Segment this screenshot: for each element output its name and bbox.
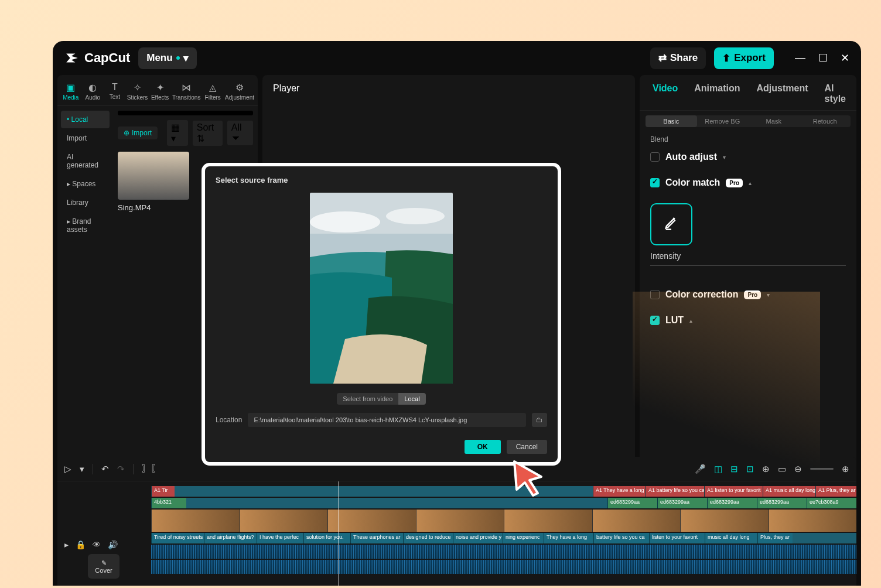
cover-button[interactable]: ✎ Cover — [88, 554, 119, 579]
caption-clip[interactable]: designed to reduce — [403, 533, 453, 543]
snap-tool-1[interactable]: ◫ — [714, 464, 722, 474]
caption-clip[interactable]: music all day long — [705, 533, 757, 543]
caption-clip[interactable]: ed683299aa — [757, 498, 807, 508]
local-tab[interactable]: Local — [398, 393, 425, 405]
caption-clip[interactable]: and airplane flights? — [204, 533, 257, 543]
sort-button[interactable]: Sort ⇅ — [193, 121, 223, 146]
caption-clip[interactable]: listen to your favorit — [649, 533, 705, 543]
tab-filters[interactable]: ◬Filters — [202, 80, 224, 105]
caption-clip[interactable]: battery life so you ca — [593, 533, 649, 543]
lock-icon[interactable]: 🔒 — [76, 540, 86, 549]
zoom-out[interactable]: ⊖ — [794, 464, 802, 474]
select-tool[interactable]: ▷ — [64, 464, 71, 474]
caption-clip[interactable]: solution for you. — [303, 533, 350, 543]
caption-clip[interactable]: Plus, they ar — [757, 533, 793, 543]
filter-all[interactable]: All ⏷ — [227, 121, 253, 145]
browse-folder-button[interactable]: 🗀 — [532, 413, 547, 427]
caption-clip[interactable]: ed683299aa — [707, 498, 757, 508]
ok-button[interactable]: OK — [465, 440, 501, 454]
source-library[interactable]: Library — [61, 194, 110, 211]
caption-clip[interactable]: A1 Plus, they ar — [815, 486, 856, 497]
view-toggle[interactable]: ▦ ▾ — [167, 120, 188, 146]
select-from-video-tab[interactable]: Select from video — [337, 393, 398, 405]
audio-track[interactable] — [151, 560, 856, 574]
zoom-slider[interactable] — [810, 468, 834, 470]
import-button[interactable]: ⊕ Import — [118, 127, 158, 139]
minimize-button[interactable]: — — [795, 52, 805, 64]
color-correction-checkbox[interactable] — [650, 290, 660, 299]
color-match-row[interactable]: Color match Pro ▴ — [650, 177, 846, 188]
snap-tool-3[interactable]: ⊡ — [746, 464, 754, 474]
tab-stickers[interactable]: ✧Stickers — [126, 80, 149, 105]
close-button[interactable]: ✕ — [841, 52, 849, 64]
mute-icon[interactable]: 🔊 — [108, 540, 118, 549]
cancel-button[interactable]: Cancel — [507, 440, 547, 454]
chevron-up-icon: ▴ — [689, 317, 692, 324]
tab-transitions[interactable]: ⋈Transitions — [171, 80, 202, 105]
eye-icon[interactable]: 👁 — [93, 540, 101, 549]
export-button[interactable]: ⬆ Export — [714, 47, 774, 69]
media-thumbnail[interactable] — [118, 152, 189, 200]
prop-tab-aistyle[interactable]: AI style — [825, 83, 846, 104]
undo-button[interactable]: ↶ — [101, 464, 109, 474]
color-match-swatch[interactable] — [650, 203, 692, 245]
source-brand[interactable]: ▸ Brand assets — [61, 213, 110, 238]
caption-clip[interactable]: A1 Tir — [151, 486, 175, 497]
share-button[interactable]: ⇄ Share — [650, 47, 706, 69]
lut-checkbox[interactable] — [650, 316, 660, 325]
subtab-retouch[interactable]: Retouch — [800, 115, 851, 127]
caption-clip[interactable]: I have the perfec — [257, 533, 303, 543]
caption-clip[interactable]: ed683299aa — [607, 498, 657, 508]
tab-adjustment[interactable]: ⚙Adjustment — [224, 80, 255, 105]
tab-text[interactable]: TText — [104, 80, 126, 105]
caption-clip[interactable]: They have a long — [544, 533, 593, 543]
video-track[interactable] — [151, 510, 856, 532]
zoom-in[interactable]: ⊕ — [842, 464, 849, 474]
source-import[interactable]: Import — [61, 129, 110, 147]
tool-dropdown[interactable]: ▾ — [80, 464, 84, 474]
auto-adjust-checkbox[interactable] — [650, 152, 660, 162]
chevron-up-icon: ▴ — [749, 180, 752, 186]
prop-tab-adjustment[interactable]: Adjustment — [757, 83, 808, 104]
caption-clip[interactable]: A1 listen to your favorit — [704, 486, 763, 497]
subtab-mask[interactable]: Mask — [748, 115, 800, 127]
tab-media[interactable]: ▣Media — [60, 80, 82, 105]
caption-clip[interactable]: These earphones ar — [350, 533, 403, 543]
track-tool[interactable]: ▭ — [778, 464, 786, 474]
caption-clip[interactable]: ed683299aa — [657, 498, 707, 508]
caption-clip[interactable]: Tired of noisy streets — [151, 533, 204, 543]
caption-clip[interactable]: ning experienc — [503, 533, 544, 543]
color-match-checkbox[interactable] — [650, 178, 660, 187]
maximize-button[interactable]: ☐ — [818, 52, 828, 64]
tab-audio[interactable]: ◐Audio — [82, 80, 104, 105]
source-ai[interactable]: AI generated — [61, 148, 110, 174]
prop-tab-animation[interactable]: Animation — [694, 83, 740, 104]
mic-icon[interactable]: 🎤 — [695, 464, 706, 474]
tl-expand-icon[interactable]: ▸ — [64, 540, 69, 549]
split-tool[interactable]: 〗〖 — [142, 463, 159, 474]
caption-clip[interactable]: ee7cb308a9 — [807, 498, 856, 508]
audio-track[interactable] — [151, 545, 856, 559]
caption-clip[interactable]: 4bb321 — [151, 498, 186, 508]
playhead[interactable] — [339, 481, 339, 586]
location-input[interactable] — [248, 413, 526, 427]
pro-badge: Pro — [726, 179, 743, 187]
lut-row[interactable]: LUT ▴ — [650, 315, 846, 326]
auto-adjust-row[interactable]: Auto adjust ▾ — [650, 152, 846, 162]
caption-clip[interactable]: A1 battery life so you ca — [646, 486, 704, 497]
source-spaces[interactable]: ▸ Spaces — [61, 175, 110, 193]
source-local[interactable]: • Local — [61, 111, 110, 128]
snap-tool-2[interactable]: ⊟ — [730, 464, 738, 474]
color-correction-row[interactable]: Color correction Pro ▾ — [650, 289, 846, 300]
menu-button[interactable]: Menu ▾ — [138, 47, 196, 69]
subtab-basic[interactable]: Basic — [646, 115, 697, 127]
subtab-removebg[interactable]: Remove BG — [697, 115, 749, 127]
tab-effects[interactable]: ✦Effects — [149, 80, 171, 105]
prop-tab-video[interactable]: Video — [653, 83, 678, 104]
caption-clip[interactable]: A1 music all day long — [763, 486, 815, 497]
timeline-tracks[interactable]: A1 Tir A1 They have a long A1 battery li… — [151, 481, 856, 586]
magnet-tool[interactable]: ⊕ — [762, 464, 770, 474]
caption-clip[interactable]: A1 They have a long — [593, 486, 646, 497]
caption-clip[interactable]: noise and provide y — [453, 533, 503, 543]
redo-button[interactable]: ↷ — [117, 464, 125, 474]
